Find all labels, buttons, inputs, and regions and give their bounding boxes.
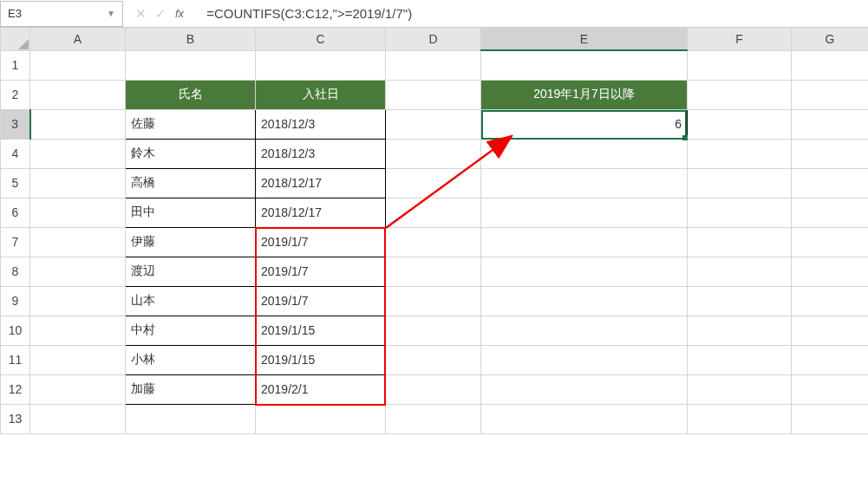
cell-A3[interactable] (30, 109, 126, 139)
cell-A11[interactable] (30, 345, 126, 374)
cell-G3[interactable] (792, 109, 869, 139)
cell-F12[interactable] (688, 374, 792, 404)
cell-C10[interactable]: 2019/1/15 (256, 316, 386, 345)
col-header-D[interactable]: D (386, 28, 481, 50)
row-header-6[interactable]: 6 (1, 198, 30, 227)
col-header-E[interactable]: E (481, 28, 688, 50)
cell-D7[interactable] (386, 227, 481, 257)
cell-G6[interactable] (792, 198, 869, 227)
cell-E11[interactable] (481, 345, 688, 374)
spreadsheet-grid[interactable]: A B C D E F G 1 2 氏名 入社日 2019年1月7日以降 3 佐… (0, 28, 868, 434)
chevron-down-icon[interactable]: ▼ (107, 9, 115, 18)
cell-B7[interactable]: 伊藤 (126, 227, 256, 257)
cell-D4[interactable] (386, 139, 481, 168)
cell-D1[interactable] (386, 50, 481, 80)
cell-F4[interactable] (688, 139, 792, 168)
col-header-F[interactable]: F (688, 28, 792, 50)
row-header-10[interactable]: 10 (1, 316, 30, 345)
cell-G2[interactable] (792, 80, 869, 109)
row-header-9[interactable]: 9 (1, 286, 30, 316)
cell-G11[interactable] (792, 345, 869, 374)
col-header-C[interactable]: C (256, 28, 386, 50)
cell-B4[interactable]: 鈴木 (126, 139, 256, 168)
header-date[interactable]: 入社日 (256, 80, 386, 109)
cell-D12[interactable] (386, 374, 481, 404)
cell-G9[interactable] (792, 286, 869, 316)
header-name[interactable]: 氏名 (126, 80, 256, 109)
cell-A12[interactable] (30, 374, 126, 404)
cell-A8[interactable] (30, 257, 126, 286)
cell-A10[interactable] (30, 316, 126, 345)
cell-C8[interactable]: 2019/1/7 (256, 257, 386, 286)
select-all-corner[interactable] (1, 28, 30, 50)
cell-D9[interactable] (386, 286, 481, 316)
cell-D11[interactable] (386, 345, 481, 374)
cell-C4[interactable]: 2018/12/3 (256, 139, 386, 168)
cell-C11[interactable]: 2019/1/15 (256, 345, 386, 374)
row-header-4[interactable]: 4 (1, 139, 30, 168)
row-header-5[interactable]: 5 (1, 168, 30, 198)
row-header-2[interactable]: 2 (1, 80, 30, 109)
cell-B11[interactable]: 小林 (126, 345, 256, 374)
cell-C5[interactable]: 2018/12/17 (256, 168, 386, 198)
cell-C9[interactable]: 2019/1/7 (256, 286, 386, 316)
row-header-1[interactable]: 1 (1, 50, 30, 80)
cell-D6[interactable] (386, 198, 481, 227)
cell-B9[interactable]: 山本 (126, 286, 256, 316)
cell-F7[interactable] (688, 227, 792, 257)
cell-C6[interactable]: 2018/12/17 (256, 198, 386, 227)
cell-A4[interactable] (30, 139, 126, 168)
cell-C7[interactable]: 2019/1/7 (256, 227, 386, 257)
col-header-A[interactable]: A (30, 28, 126, 50)
row-header-8[interactable]: 8 (1, 257, 30, 286)
cell-D13[interactable] (386, 404, 481, 433)
cell-B3[interactable]: 佐藤 (126, 109, 256, 139)
cell-A5[interactable] (30, 168, 126, 198)
cell-E9[interactable] (481, 286, 688, 316)
cell-E5[interactable] (481, 168, 688, 198)
cell-E12[interactable] (481, 374, 688, 404)
row-header-13[interactable]: 13 (1, 404, 30, 433)
cell-F8[interactable] (688, 257, 792, 286)
cell-A7[interactable] (30, 227, 126, 257)
cell-F9[interactable] (688, 286, 792, 316)
cell-D10[interactable] (386, 316, 481, 345)
cell-G7[interactable] (792, 227, 869, 257)
cell-C12[interactable]: 2019/2/1 (256, 374, 386, 404)
cell-E4[interactable] (481, 139, 688, 168)
cell-E13[interactable] (481, 404, 688, 433)
cell-F5[interactable] (688, 168, 792, 198)
name-box[interactable]: E3 ▼ (0, 1, 123, 27)
cell-A9[interactable] (30, 286, 126, 316)
cell-G1[interactable] (792, 50, 869, 80)
row-header-3[interactable]: 3 (1, 109, 30, 139)
cell-B13[interactable] (126, 404, 256, 433)
cell-F11[interactable] (688, 345, 792, 374)
cell-F10[interactable] (688, 316, 792, 345)
cell-G12[interactable] (792, 374, 869, 404)
cell-A6[interactable] (30, 198, 126, 227)
cell-B12[interactable]: 加藤 (126, 374, 256, 404)
cell-F13[interactable] (688, 404, 792, 433)
header-result[interactable]: 2019年1月7日以降 (481, 80, 688, 109)
cell-A13[interactable] (30, 404, 126, 433)
cell-B10[interactable]: 中村 (126, 316, 256, 345)
col-header-G[interactable]: G (792, 28, 869, 50)
cell-A1[interactable] (30, 50, 126, 80)
cell-C1[interactable] (256, 50, 386, 80)
cell-D5[interactable] (386, 168, 481, 198)
row-header-7[interactable]: 7 (1, 227, 30, 257)
row-header-12[interactable]: 12 (1, 374, 30, 404)
cell-E7[interactable] (481, 227, 688, 257)
cell-D8[interactable] (386, 257, 481, 286)
cell-G13[interactable] (792, 404, 869, 433)
cell-B6[interactable]: 田中 (126, 198, 256, 227)
cell-D2[interactable] (386, 80, 481, 109)
cell-E1[interactable] (481, 50, 688, 80)
cell-B1[interactable] (126, 50, 256, 80)
cell-B5[interactable]: 高橋 (126, 168, 256, 198)
cell-E10[interactable] (481, 316, 688, 345)
cell-F1[interactable] (688, 50, 792, 80)
cell-G10[interactable] (792, 316, 869, 345)
cell-E3[interactable]: 6 (481, 109, 688, 139)
